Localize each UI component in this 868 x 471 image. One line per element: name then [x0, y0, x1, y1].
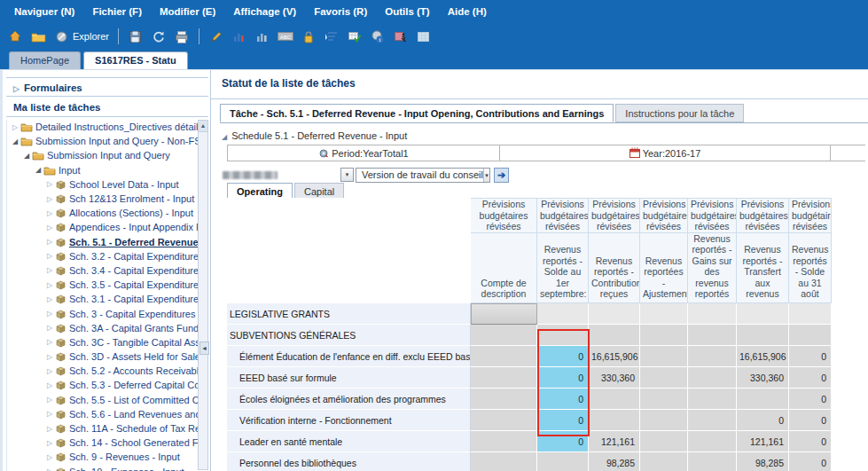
pov-year[interactable]: Year:2016-17	[500, 145, 831, 161]
menu-fichier[interactable]: Fichier (F)	[83, 0, 151, 23]
version-select[interactable]: Version de travail du conseil ▼	[356, 168, 490, 183]
tree-item-submission-input-and-query[interactable]: ◢Submission Input and Query	[7, 148, 199, 162]
pov-period[interactable]: Period:YearTotal1	[227, 145, 500, 161]
expand-icon[interactable]: ▷	[45, 367, 54, 375]
collapse-icon[interactable]: ◢	[22, 152, 31, 160]
tree-item-appendices-input-appendix-f-on[interactable]: ▷Appendices - Input Appendix F only	[7, 220, 199, 234]
grid-check-icon[interactable]	[347, 28, 363, 44]
tree-item-sch-3a-capital-grants-funding[interactable]: ▷Sch. 3A - Capital Grants Funding - I	[7, 321, 199, 335]
tree-item-submission-input-and-query-non[interactable]: ◢Submission Input and Query - Non-FS_Sou…	[7, 134, 199, 148]
tree-item-label[interactable]: Sch. 14 - School Generated Funds -	[69, 437, 199, 448]
tree-item-label[interactable]: Sch. 3.1 - Capital Expenditures - Mo	[69, 294, 199, 304]
version-dropdown-icon[interactable]: ▼	[483, 169, 489, 182]
menu-affichage[interactable]: Affichage (V)	[224, 0, 305, 23]
tree-item-label[interactable]: Sch. 11A - Schedule of Tax Revenu	[69, 423, 199, 434]
tree-item-label[interactable]: Detailed Instructions_Directives détaill…	[35, 122, 199, 132]
print-icon[interactable]	[174, 28, 190, 44]
expand-icon[interactable]: ▷	[45, 410, 54, 418]
explorer-icon[interactable]	[53, 28, 69, 44]
expand-icon[interactable]: ▷	[45, 266, 54, 274]
tree-item-allocations-sections-input[interactable]: ▷Allocations (Sections) - Input	[7, 206, 199, 220]
expand-icon[interactable]: ▷	[45, 252, 54, 260]
collapse-icon[interactable]: ◢	[11, 137, 20, 145]
tree-item-school-level-data-input[interactable]: ▷School Level Data - Input	[7, 177, 199, 192]
expand-icon[interactable]: ▷	[45, 209, 54, 217]
refresh-icon[interactable]	[151, 28, 167, 44]
tree-item-label[interactable]: Sch. 5.2 - Accounts Receivable Con	[69, 365, 199, 376]
tree-item-label[interactable]: Sch. 3A - Capital Grants Funding - I	[69, 323, 199, 334]
tree-scrollbar[interactable]: ▲	[198, 120, 208, 470]
spellcheck-abc-icon[interactable]: ABC	[278, 28, 293, 44]
tree-item-sch-3d-assets-held-for-sale-in[interactable]: ▷Sch. 3D - Assets Held for Sale - Inp	[7, 349, 199, 364]
tree-item-label[interactable]: Submission Input and Query - Non-FS_Soum…	[35, 136, 199, 146]
expand-icon[interactable]: ▷	[45, 439, 54, 447]
expand-icon[interactable]: ▷	[45, 381, 54, 389]
tree-item-sch-5-5-list-of-committed-capi[interactable]: ▷Sch. 5.5 - List of Committed Capital	[7, 393, 199, 407]
tree-item-label[interactable]: Sch. 3D - Assets Held for Sale - Inp	[69, 351, 199, 362]
save-icon[interactable]	[128, 28, 144, 44]
tasklist-section-header[interactable]: Ma liste de tâches	[6, 98, 208, 117]
tree-item-label[interactable]: School Level Data - Input	[69, 179, 179, 190]
tree-item-sch-5-1-deferred-revenue-i[interactable]: ▷Sch. 5.1 - Deferred Revenue - I	[7, 235, 199, 249]
tree-item-label[interactable]: Sch 12&13 Enrolment - Input	[69, 193, 194, 204]
tree-item-label[interactable]: Sch. 9 - Revenues - Input	[69, 451, 180, 462]
tree-item-sch-14-school-generated-funds[interactable]: ▷Sch. 14 - School Generated Funds -	[7, 436, 199, 450]
expand-icon[interactable]: ▷	[45, 310, 54, 318]
cell-r4-c1[interactable]: 0	[537, 389, 589, 410]
tree-item-sch-3c-tangible-capital-asset[interactable]: ▷Sch. 3C - Tangible Capital Asset Co	[7, 335, 199, 349]
tree-item-label[interactable]: Sch. 5.3 - Deferred Capital Contribu	[69, 380, 199, 390]
tree-item-label[interactable]: Input	[59, 165, 80, 176]
sort-lines-icon[interactable]	[324, 28, 340, 44]
tree-item-sch-9-revenues-input[interactable]: ▷Sch. 9 - Revenues - Input	[7, 450, 199, 464]
explorer-label[interactable]: Explorer	[73, 31, 109, 42]
menu-modifier[interactable]: Modifier (E)	[151, 0, 224, 23]
drill-chart-icon[interactable]	[231, 28, 247, 44]
tree-item-sch-3-2-capital-expenditures-c[interactable]: ▷Sch. 3.2 - Capital Expenditures - Ca	[7, 249, 199, 263]
tab-homepage[interactable]: HomePage	[9, 51, 81, 69]
menu-aide[interactable]: Aide (H)	[439, 0, 496, 23]
expand-icon[interactable]: ▷	[45, 180, 54, 188]
grid-disabled-icon[interactable]	[416, 28, 432, 44]
menu-outils[interactable]: Outils (T)	[376, 0, 438, 23]
expand-icon[interactable]: ▷	[45, 353, 54, 361]
tree-item-label[interactable]: Sch. 3.5 - Capital Expenditures - PC	[69, 279, 199, 290]
expand-icon[interactable]: ▷	[45, 396, 54, 404]
schedule-header[interactable]: ◢Schedule 5.1 - Deferred Revenue - Input	[222, 130, 407, 141]
menu-naviguer[interactable]: Naviguer (N)	[5, 0, 83, 23]
edit-pencil-icon[interactable]	[208, 28, 224, 44]
expand-icon[interactable]: ▷	[45, 467, 54, 471]
lock-icon[interactable]	[301, 28, 317, 44]
go-button[interactable]: ➔	[494, 168, 509, 183]
tree-item-label[interactable]: Sch. 5.5 - List of Committed Capital	[69, 395, 199, 405]
tree-item-sch-3-capital-expenditures-inp[interactable]: ▷Sch. 3 - Capital Expenditures - Inpu	[7, 306, 199, 320]
open-folder-icon[interactable]	[30, 28, 46, 44]
expand-icon[interactable]: ▷	[45, 425, 54, 433]
expand-icon[interactable]: ▷	[45, 281, 54, 289]
info-icon[interactable]: i	[370, 28, 386, 44]
tree-item-sch-5-2-accounts-receivable-co[interactable]: ▷Sch. 5.2 - Accounts Receivable Con	[7, 364, 199, 378]
cell-r5-c1[interactable]: 0	[537, 410, 589, 431]
task-tab-instructions[interactable]: Instructions pour la tâche	[615, 104, 744, 122]
expand-icon[interactable]: ▷	[45, 324, 54, 332]
tree-item-sch-5-3-deferred-capital-contr[interactable]: ▷Sch. 5.3 - Deferred Capital Contribu	[7, 378, 199, 392]
forms-section-header[interactable]: ▷Formulaires	[6, 77, 208, 97]
tree-item-label[interactable]: Appendices - Input Appendix F only	[69, 222, 199, 232]
tree-item-detailed-instructions-directiv[interactable]: ▷Detailed Instructions_Directives détail…	[7, 120, 199, 134]
cell-r6-c1[interactable]: 0	[537, 431, 589, 452]
expand-icon[interactable]: ▷	[45, 195, 54, 203]
cell-r3-c1[interactable]: 0	[537, 367, 589, 389]
tab-s1617res[interactable]: S1617RES - Statu	[83, 51, 188, 69]
tree-item-label[interactable]: Allocations (Sections) - Input	[69, 208, 193, 218]
expand-icon[interactable]: ▷	[45, 453, 54, 461]
tree-item-sch-3-4-capital-expenditures-s[interactable]: ▷Sch. 3.4 - Capital Expenditures - SC	[7, 263, 199, 278]
expand-icon[interactable]: ▷	[45, 295, 54, 303]
panel-collapse-icon[interactable]: ◄	[199, 341, 209, 355]
cell-r2-c1[interactable]: 0	[537, 346, 589, 367]
tree-item-sch-3-5-capital-expenditures-p[interactable]: ▷Sch. 3.5 - Capital Expenditures - PC	[7, 278, 199, 292]
tree-item-label[interactable]: Submission Input and Query	[47, 150, 170, 161]
scroll-up-icon[interactable]: ▲	[199, 121, 207, 132]
tree-item-sch-12-13-enrolment-input[interactable]: ▷Sch 12&13 Enrolment - Input	[7, 192, 199, 206]
tree-item-label[interactable]: Sch. 5.6 - Land Revenues and Defic	[69, 409, 199, 420]
expand-icon[interactable]: ▷	[45, 224, 54, 232]
collapse-icon[interactable]: ◢	[34, 166, 43, 174]
